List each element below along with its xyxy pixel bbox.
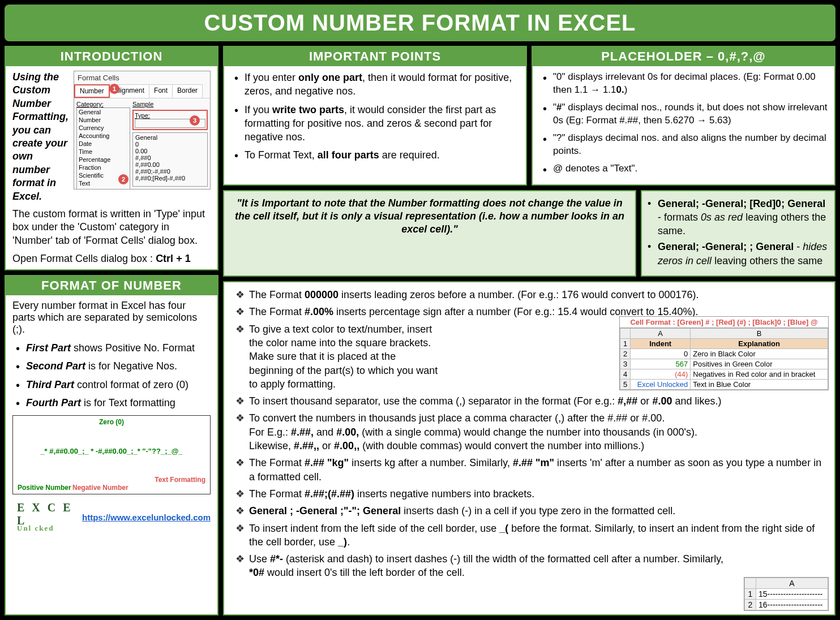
tip-item: To insert indent from the left side of t…	[235, 522, 826, 549]
placeholder-item: @ denotes a "Text".	[543, 162, 828, 175]
dash-row: 115---------------------	[745, 589, 828, 600]
placeholder-examples-list: General; -General; [Red]0; General - for…	[648, 197, 829, 268]
color-format-table: Cell Format : [Green] # ; [Red] (#) ; [B…	[619, 316, 829, 390]
important-item: If you write two parts, it would conside…	[234, 103, 519, 144]
page-title: CUSTOM NUMBER FORMAT IN EXCEL	[16, 10, 824, 36]
placeholder-list: "0" displays irrelevant 0s for decimal p…	[539, 71, 828, 175]
badge-1: 1	[109, 84, 119, 94]
col-b: B	[691, 329, 828, 339]
sample-item: 0	[134, 141, 206, 148]
placeholder-item: "?" displays decimal nos. and also align…	[543, 132, 828, 158]
head-explanation: Explanation	[691, 339, 828, 349]
intro-desc: The custom format is written in 'Type' i…	[12, 208, 211, 247]
category-item: Currency	[77, 124, 130, 132]
tip-item: To insert thousand separator, use the co…	[235, 394, 826, 408]
color-row: 20Zero in Black Color	[620, 349, 828, 359]
category-item: Number	[77, 116, 130, 124]
col-a: A	[631, 329, 691, 339]
sample-label: Sample	[132, 101, 208, 107]
tab-number: Number	[74, 84, 110, 98]
category-item: Percentage	[77, 156, 130, 163]
dash-fill-table: A 115---------------------216-----------…	[744, 577, 829, 611]
format-desc: Every number format in Excel has four pa…	[12, 300, 211, 335]
part-item: First Part shows Positive No. Format	[16, 341, 211, 355]
head-indent: Indent	[631, 339, 691, 349]
parts-list: First Part shows Positive No. FormatSeco…	[12, 341, 211, 410]
diagram-positive-label: Positive Number	[18, 484, 71, 492]
tip-item: Use #*- (asterisk and dash) to insert da…	[235, 552, 826, 580]
important-item: To Format Text, all four parts are requi…	[234, 148, 519, 162]
dialog-title: Format Cells	[74, 71, 210, 84]
important-header: IMPORTANT POINTS	[224, 47, 526, 66]
tab-font: Font	[149, 84, 173, 98]
shortcut-line: Open Format Cells dialog box : Ctrl + 1	[12, 253, 211, 265]
category-item: Time	[77, 148, 130, 156]
format-samples: General00.00#,##0#,##0.00#,##0;-#,##0#,#…	[132, 132, 208, 187]
intro-lead: Using the Custom Number Formatting, you …	[12, 71, 69, 203]
tips-panel: The Format 000000 inserts leading zeros …	[223, 281, 835, 615]
sample-item: #,##0.00	[134, 161, 206, 168]
logo-top: E X C E L	[17, 501, 73, 527]
diagram-code: _* #,##0.00_;_ * -#,##0.00_;_* "-"??_;_@…	[13, 447, 210, 455]
color-row: 3567Positives in Green Color	[620, 359, 828, 369]
tip-item: The Format #.## "kg" inserts kg after a …	[235, 456, 826, 484]
intro-panel: INTRODUCTION Using the Custom Number For…	[5, 46, 218, 270]
part-item: Third Part control format of zero (0)	[16, 378, 211, 391]
title-bar: CUSTOM NUMBER FORMAT IN EXCEL	[5, 5, 835, 41]
important-note: "It is Important to note that the Number…	[223, 190, 636, 277]
logo: E X C E L Unl cked	[12, 499, 78, 535]
dash-row: 216---------------------	[745, 600, 828, 610]
tab-border: Border	[172, 84, 203, 98]
logo-bottom: Unl cked	[17, 524, 73, 533]
sample-item: #,##0	[134, 154, 206, 161]
category-label: Category:	[76, 101, 130, 107]
category-item: Accounting	[77, 132, 130, 140]
format-diagram: Zero (0) _* #,##0.00_;_ * -#,##0.00_;_* …	[12, 415, 211, 494]
sample-item: General	[134, 134, 206, 141]
website-link[interactable]: https://www.excelunlocked.com	[82, 513, 211, 522]
format-header: FORMAT OF NUMBER	[6, 276, 217, 295]
color-table-title: Cell Format : [Green] # ; [Red] (#) ; [B…	[620, 317, 828, 328]
category-item: Special	[77, 187, 130, 190]
badge-3: 3	[190, 115, 200, 126]
placeholder-header: PLACEHOLDER – 0,#,?,@	[533, 47, 834, 66]
tip-item: To convert the numbers in thousands just…	[235, 411, 826, 453]
part-item: Fourth Part is for Text formatting	[16, 396, 211, 410]
sample-item: #,##0;-#,##0	[134, 168, 206, 175]
category-item: General	[77, 108, 130, 116]
important-list: If you enter only one part, then it woul…	[231, 71, 519, 162]
placeholder-panel: PLACEHOLDER – 0,#,?,@ "0" displays irrel…	[532, 46, 835, 186]
part-item: Second Part is for Negative Nos.	[16, 359, 211, 373]
diagram-zero-label: Zero (0)	[99, 418, 124, 426]
category-item: Fraction	[77, 163, 130, 171]
badge-2: 2	[118, 174, 128, 184]
placeholder-example: General; -General; [Red]0; General - for…	[648, 197, 829, 238]
format-cells-dialog-image: Format Cells Number Alignment Font Borde…	[74, 71, 211, 190]
color-row: 5Excel UnlockedText in Blue Color	[620, 380, 828, 390]
placeholder-examples: General; -General; [Red]0; General - for…	[641, 190, 835, 277]
tip-item: The Format #.##;(#.##) inserts negative …	[235, 487, 826, 501]
important-item: If you enter only one part, then it woul…	[234, 71, 519, 98]
tip-item: General ; -General ;"-"; General inserts…	[235, 504, 826, 518]
placeholder-item: "#" displays decimal nos., rounds it, bu…	[543, 101, 828, 127]
shortcut-key: Ctrl + 1	[156, 253, 191, 264]
category-item: Date	[77, 140, 130, 148]
intro-header: INTRODUCTION	[6, 47, 217, 66]
placeholder-item: "0" displays irrelevant 0s for decimal p…	[543, 71, 828, 97]
dash-col: A	[756, 578, 828, 589]
sample-item: #,##0;[Red]-#,##0	[134, 175, 206, 182]
placeholder-example: General; -General; ; General - hides zer…	[648, 240, 829, 268]
color-row: 4(44)Negatives in Red color and in brack…	[620, 369, 828, 380]
diagram-text-label: Text Formatting	[155, 476, 205, 484]
tip-item: The Format 000000 inserts leading zeros …	[235, 288, 826, 302]
format-of-number-panel: FORMAT OF NUMBER Every number format in …	[5, 275, 218, 615]
sample-item: 0.00	[134, 148, 206, 154]
shortcut-label: Open Format Cells dialog box :	[12, 253, 156, 264]
diagram-negative-label: Negative Number	[72, 484, 128, 492]
important-panel: IMPORTANT POINTS If you enter only one p…	[223, 46, 527, 186]
